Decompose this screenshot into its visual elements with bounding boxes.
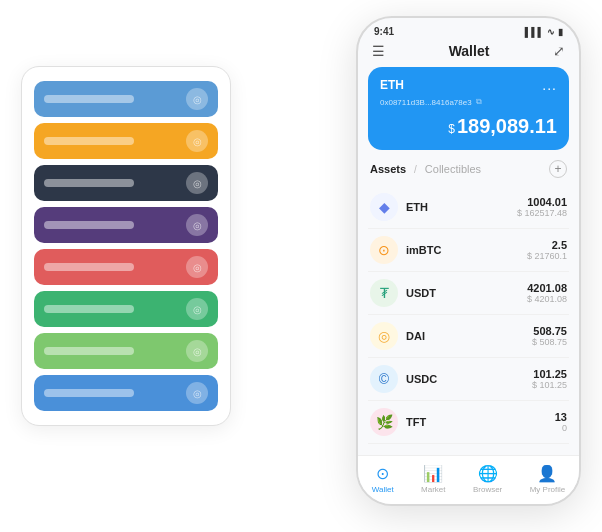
stack-card-label-2 xyxy=(44,179,134,187)
nav-item-wallet[interactable]: ⊙Wallet xyxy=(372,464,394,494)
asset-primary-imbtc: 2.5 xyxy=(527,239,567,251)
asset-secondary-imbtc: $ 21760.1 xyxy=(527,251,567,261)
tab-separator: / xyxy=(414,164,417,175)
asset-primary-usdc: 101.25 xyxy=(532,368,567,380)
asset-amounts-dai: 508.75$ 508.75 xyxy=(532,325,567,347)
stack-card-icon-5: ◎ xyxy=(186,298,208,320)
wallet-card-top: ETH ... xyxy=(380,77,557,93)
page-title: Wallet xyxy=(449,43,490,59)
stack-card-icon-3: ◎ xyxy=(186,214,208,236)
assets-header: Assets / Collectibles + xyxy=(358,160,579,186)
stack-card-icon-1: ◎ xyxy=(186,130,208,152)
nav-icon-wallet: ⊙ xyxy=(376,464,389,483)
status-time: 9:41 xyxy=(374,26,394,37)
dai-icon: ◎ xyxy=(370,322,398,350)
assets-tabs: Assets / Collectibles xyxy=(370,163,481,175)
asset-amounts-imbtc: 2.5$ 21760.1 xyxy=(527,239,567,261)
stack-card-icon-0: ◎ xyxy=(186,88,208,110)
tab-assets[interactable]: Assets xyxy=(370,163,406,175)
asset-amounts-usdt: 4201.08$ 4201.08 xyxy=(527,282,567,304)
stack-card-7[interactable]: ◎ xyxy=(34,375,218,411)
asset-name-eth: ETH xyxy=(406,201,517,213)
signal-icon: ▌▌▌ xyxy=(525,27,544,37)
stack-card-label-0 xyxy=(44,95,134,103)
stack-card-icon-6: ◎ xyxy=(186,340,208,362)
asset-name-tft: TFT xyxy=(406,416,555,428)
asset-secondary-usdt: $ 4201.08 xyxy=(527,294,567,304)
wallet-card-balance: $189,089.11 xyxy=(380,115,557,138)
asset-row-dai[interactable]: ◎DAI508.75$ 508.75 xyxy=(368,315,569,358)
asset-secondary-tft: 0 xyxy=(555,423,567,433)
asset-row-eth[interactable]: ◆ETH1004.01$ 162517.48 xyxy=(368,186,569,229)
stack-card-icon-2: ◎ xyxy=(186,172,208,194)
asset-row-usdt[interactable]: ₮USDT4201.08$ 4201.08 xyxy=(368,272,569,315)
asset-secondary-usdc: $ 101.25 xyxy=(532,380,567,390)
nav-label-browser: Browser xyxy=(473,485,502,494)
wifi-icon: ∿ xyxy=(547,27,555,37)
scene: ◎◎◎◎◎◎◎◎ 9:41 ▌▌▌ ∿ ▮ ☰ Wallet ⤢ ETH ...… xyxy=(21,16,581,516)
stack-card-label-3 xyxy=(44,221,134,229)
asset-row-tft[interactable]: 🌿TFT130 xyxy=(368,401,569,444)
asset-secondary-dai: $ 508.75 xyxy=(532,337,567,347)
eth-icon: ◆ xyxy=(370,193,398,221)
wallet-card-menu[interactable]: ... xyxy=(542,77,557,93)
nav-label-market: Market xyxy=(421,485,445,494)
nav-item-market[interactable]: 📊Market xyxy=(421,464,445,494)
nav-icon-my-profile: 👤 xyxy=(537,464,557,483)
asset-name-imbtc: imBTC xyxy=(406,244,527,256)
status-icons: ▌▌▌ ∿ ▮ xyxy=(525,27,563,37)
asset-primary-usdt: 4201.08 xyxy=(527,282,567,294)
nav-icon-market: 📊 xyxy=(423,464,443,483)
asset-secondary-eth: $ 162517.48 xyxy=(517,208,567,218)
address-text: 0x08711d3B...8416a78e3 xyxy=(380,98,472,107)
balance-amount: 189,089.11 xyxy=(457,115,557,137)
asset-name-usdt: USDT xyxy=(406,287,527,299)
wallet-card-label: ETH xyxy=(380,78,404,92)
stack-card-icon-4: ◎ xyxy=(186,256,208,278)
stack-card-label-1 xyxy=(44,137,134,145)
stack-card-2[interactable]: ◎ xyxy=(34,165,218,201)
nav-item-browser[interactable]: 🌐Browser xyxy=(473,464,502,494)
stack-card-0[interactable]: ◎ xyxy=(34,81,218,117)
assets-list: ◆ETH1004.01$ 162517.48⊙imBTC2.5$ 21760.1… xyxy=(358,186,579,455)
nav-label-my-profile: My Profile xyxy=(530,485,566,494)
phone: 9:41 ▌▌▌ ∿ ▮ ☰ Wallet ⤢ ETH ... 0x08711d… xyxy=(356,16,581,506)
asset-row-usdc[interactable]: ©USDC101.25$ 101.25 xyxy=(368,358,569,401)
nav-item-my-profile[interactable]: 👤My Profile xyxy=(530,464,566,494)
stack-card-4[interactable]: ◎ xyxy=(34,249,218,285)
status-bar: 9:41 ▌▌▌ ∿ ▮ xyxy=(358,18,579,41)
asset-row-imbtc[interactable]: ⊙imBTC2.5$ 21760.1 xyxy=(368,229,569,272)
stack-card-5[interactable]: ◎ xyxy=(34,291,218,327)
nav-icon-browser: 🌐 xyxy=(478,464,498,483)
asset-name-usdc: USDC xyxy=(406,373,532,385)
tft-icon: 🌿 xyxy=(370,408,398,436)
tab-collectibles[interactable]: Collectibles xyxy=(425,163,481,175)
asset-name-dai: DAI xyxy=(406,330,532,342)
stack-card-1[interactable]: ◎ xyxy=(34,123,218,159)
stack-card-6[interactable]: ◎ xyxy=(34,333,218,369)
asset-amounts-eth: 1004.01$ 162517.48 xyxy=(517,196,567,218)
expand-icon[interactable]: ⤢ xyxy=(553,43,565,59)
asset-primary-eth: 1004.01 xyxy=(517,196,567,208)
add-asset-button[interactable]: + xyxy=(549,160,567,178)
hamburger-icon[interactable]: ☰ xyxy=(372,43,385,59)
copy-icon[interactable]: ⧉ xyxy=(476,97,482,107)
nav-label-wallet: Wallet xyxy=(372,485,394,494)
asset-amounts-tft: 130 xyxy=(555,411,567,433)
phone-nav: ⊙Wallet📊Market🌐Browser👤My Profile xyxy=(358,455,579,504)
wallet-card-address: 0x08711d3B...8416a78e3 ⧉ xyxy=(380,97,557,107)
battery-icon: ▮ xyxy=(558,27,563,37)
phone-header: ☰ Wallet ⤢ xyxy=(358,41,579,67)
stack-card-3[interactable]: ◎ xyxy=(34,207,218,243)
asset-primary-dai: 508.75 xyxy=(532,325,567,337)
usdc-icon: © xyxy=(370,365,398,393)
asset-amounts-usdc: 101.25$ 101.25 xyxy=(532,368,567,390)
usdt-icon: ₮ xyxy=(370,279,398,307)
stack-card-label-4 xyxy=(44,263,134,271)
stack-card-label-5 xyxy=(44,305,134,313)
stack-card-label-6 xyxy=(44,347,134,355)
imbtc-icon: ⊙ xyxy=(370,236,398,264)
card-stack: ◎◎◎◎◎◎◎◎ xyxy=(21,66,231,426)
asset-primary-tft: 13 xyxy=(555,411,567,423)
stack-card-icon-7: ◎ xyxy=(186,382,208,404)
